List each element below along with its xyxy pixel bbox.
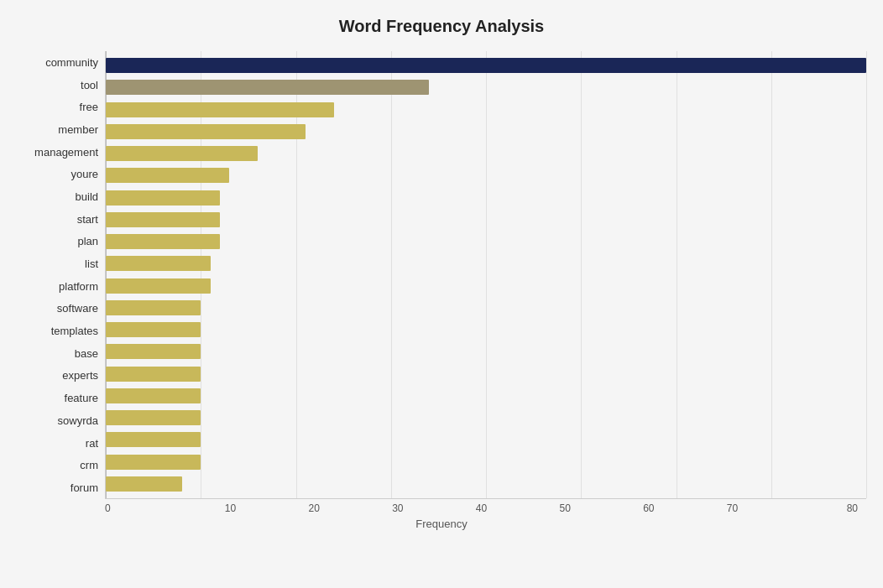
bar-community [106,58,866,73]
bar-base [106,344,201,359]
bar-row-start [106,211,866,229]
y-label-sowyrda: sowyrda [58,411,98,429]
y-label-management: management [34,143,98,161]
bar-row-build [106,189,866,207]
y-label-base: base [75,344,98,362]
bar-free [106,102,334,117]
bar-management [106,146,258,161]
bar-youre [106,168,229,183]
bar-row-tool [106,78,866,96]
bar-start [106,212,220,227]
y-label-crm: crm [80,456,98,475]
bar-row-member [106,122,866,141]
bar-row-youre [106,166,866,185]
x-tick-10: 10 [189,502,273,514]
x-tick-80: 80 [774,502,858,514]
bar-row-list [106,254,866,273]
bar-row-feature [106,387,866,405]
bar-row-templates [106,320,866,339]
bar-crm [106,455,201,470]
bar-row-forum [106,475,866,493]
x-tick-30: 30 [356,502,440,514]
x-tick-70: 70 [691,502,775,514]
bar-software [106,300,201,315]
y-label-platform: platform [59,277,98,295]
y-label-feature: feature [65,389,98,408]
y-label-build: build [76,187,98,206]
y-axis: communitytoolfreemembermanagementyourebu… [17,51,105,499]
y-label-plan: plan [77,232,98,251]
chart-container: Word Frequency Analysis communitytoolfre… [0,0,883,588]
x-tick-20: 20 [272,502,356,514]
y-label-rat: rat [86,434,98,452]
bar-row-crm [106,453,866,471]
y-label-tool: tool [81,75,98,94]
bar-plan [106,234,220,249]
x-axis-label: Frequency [17,518,866,530]
bar-platform [106,278,211,294]
bar-list [106,256,211,271]
x-tick-60: 60 [607,502,691,514]
bar-row-management [106,144,866,163]
x-tick-0: 0 [105,502,189,514]
bar-row-rat [106,430,866,449]
y-label-forum: forum [71,478,98,497]
grid-line-80 [866,51,867,498]
y-label-free: free [80,98,98,117]
bar-member [106,124,306,139]
x-tick-50: 50 [523,502,607,514]
y-label-software: software [57,299,98,318]
bar-build [106,190,220,206]
y-label-community: community [45,53,98,71]
x-tick-40: 40 [440,502,524,514]
bar-row-free [106,101,866,119]
y-label-list: list [85,255,98,273]
bar-sowyrda [106,410,201,425]
bar-row-experts [106,365,866,383]
bar-experts [106,367,201,382]
y-label-start: start [77,210,98,228]
chart-title: Word Frequency Analysis [17,17,866,36]
x-ticks-row: 01020304050607080 [105,502,858,514]
bar-row-community [106,56,866,75]
bar-rat [106,432,201,447]
bar-row-platform [106,277,866,295]
y-label-youre: youre [71,165,98,184]
y-label-member: member [58,120,98,138]
y-label-templates: templates [51,322,98,341]
plot-area [105,51,866,499]
bar-row-base [106,342,866,361]
bar-row-sowyrda [106,408,866,427]
bar-row-plan [106,232,866,251]
bar-row-software [106,299,866,317]
bar-feature [106,388,201,403]
bar-forum [106,476,182,492]
bar-tool [106,80,429,95]
bar-templates [106,322,201,337]
y-label-experts: experts [62,367,98,385]
